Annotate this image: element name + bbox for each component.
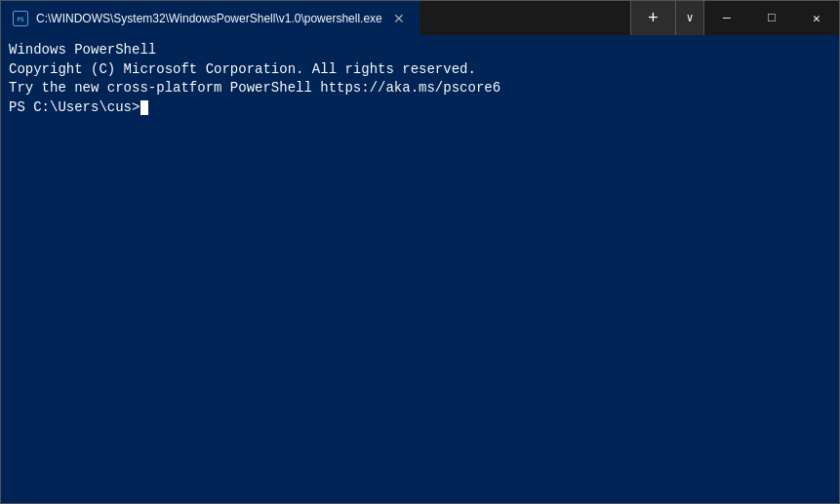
tab-area: C:\WINDOWS\System32\WindowsPowerShell\v1…	[1, 1, 630, 35]
tab-dropdown-button[interactable]: ∨	[675, 1, 704, 35]
terminal-line-4: Try the new cross-platform PowerShell ht…	[9, 79, 831, 98]
active-tab[interactable]: C:\WINDOWS\System32\WindowsPowerShell\v1…	[1, 1, 420, 35]
tab-label: C:\WINDOWS\System32\WindowsPowerShell\v1…	[36, 12, 382, 25]
cursor	[140, 100, 148, 115]
window-controls: — □ ✕	[704, 1, 839, 35]
terminal-line-1: Windows PowerShell	[9, 41, 831, 60]
terminal-body[interactable]: Windows PowerShell Copyright (C) Microso…	[1, 35, 839, 503]
minimize-button[interactable]: —	[704, 1, 749, 35]
terminal-line-2: Copyright (C) Microsoft Corporation. All…	[9, 60, 831, 80]
titlebar: C:\WINDOWS\System32\WindowsPowerShell\v1…	[1, 1, 839, 35]
new-tab-button[interactable]: +	[630, 1, 675, 35]
prompt-line: PS C:\Users\cus>	[9, 98, 831, 118]
tab-close-button[interactable]: ✕	[390, 10, 408, 27]
powershell-window: C:\WINDOWS\System32\WindowsPowerShell\v1…	[0, 0, 840, 504]
close-button[interactable]: ✕	[794, 1, 839, 35]
prompt-text: PS C:\Users\cus>	[9, 98, 140, 118]
maximize-button[interactable]: □	[749, 1, 794, 35]
titlebar-controls: + ∨ — □ ✕	[630, 1, 839, 35]
powershell-icon	[13, 11, 28, 26]
